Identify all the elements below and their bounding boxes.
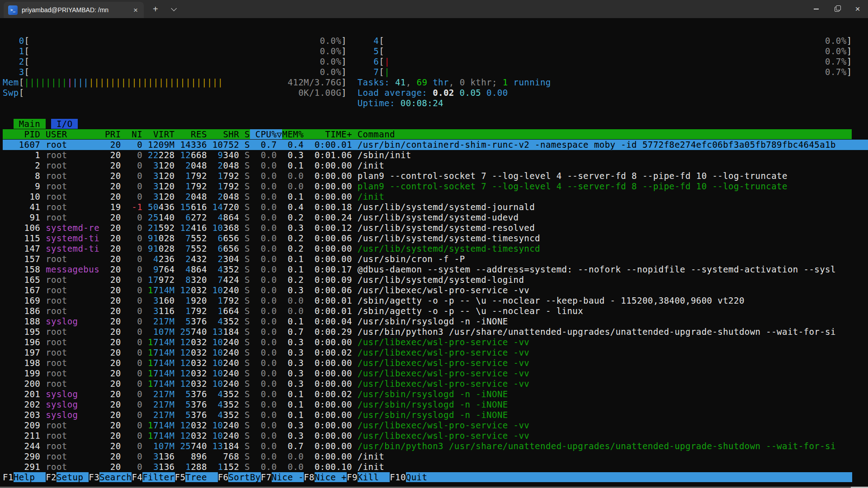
process-row[interactable]: 10 root 20 0 3120 2048 2048 S 0.0 0.1 0:… — [3, 192, 868, 202]
process-row[interactable]: 1 root 20 0 22228 12668 9340 S 0.0 0.3 0… — [3, 150, 868, 160]
cpu-meter-row: 0[ 0.0%] 4[ 0.0%] — [3, 36, 868, 46]
function-key-bar: F1Help F2Setup F3SearchF4FilterF5Tree F6… — [3, 472, 868, 483]
cpu-meter-row: 2[ 0.0%] 6[| 0.7%] — [3, 56, 868, 67]
terminal-blank-line — [3, 108, 868, 119]
process-row[interactable]: 8 root 20 0 3120 1792 1792 S 0.0 0.0 0:0… — [3, 171, 868, 181]
fkey-nice-[interactable]: F7Nice - — [261, 472, 304, 482]
cpu-meter-row: 1[ 0.0%] 5[ 0.0%] — [3, 46, 868, 56]
fkey-sortby[interactable]: F6SortBy — [218, 472, 261, 482]
fkey-help[interactable]: F1Help — [3, 472, 46, 482]
process-row[interactable]: 186 root 20 0 3116 1792 1664 S 0.0 0.0 0… — [3, 306, 868, 316]
process-row[interactable]: 197 root 20 0 1714M 12032 10240 S 0.0 0.… — [3, 347, 868, 358]
fkey-setup[interactable]: F2Setup — [46, 472, 89, 482]
process-row[interactable]: 202 syslog 20 0 217M 5376 4352 S 0.0 0.1… — [3, 399, 868, 410]
process-row[interactable]: 115 systemd-ti 20 0 91028 7552 6656 S 0.… — [3, 233, 868, 244]
fkey-kill[interactable]: F9Kill — [347, 472, 390, 482]
process-row[interactable]: 244 root 20 0 107M 25740 13184 S 0.0 0.7… — [3, 441, 868, 451]
process-row[interactable]: 9 root 20 0 3120 1792 1792 S 0.0 0.0 0:0… — [3, 181, 868, 192]
table-header[interactable]: PID USER PRI NI VIRT RES SHR S CPU%▽MEM%… — [3, 129, 868, 140]
swap-meter-row: Swp[ 0K/1.00G] Load average: 0.02 0.05 0… — [3, 88, 868, 98]
process-row[interactable]: 1607 root 20 0 1209M 14336 10752 S 0.7 0… — [3, 140, 868, 150]
process-row[interactable]: 165 root 20 0 17972 8320 7424 S 0.0 0.2 … — [3, 275, 868, 285]
process-row[interactable]: 200 root 20 0 1714M 12032 10240 S 0.0 0.… — [3, 379, 868, 389]
htop-tab-main[interactable]: Main — [14, 119, 46, 129]
process-row[interactable]: 209 root 20 0 1714M 12032 10240 S 0.0 0.… — [3, 420, 868, 431]
fkey-nice-[interactable]: F8Nice + — [304, 472, 347, 482]
process-row[interactable]: 291 root 20 0 3136 1288 1152 S 0.0 0.0 0… — [3, 462, 868, 472]
minimize-button[interactable] — [806, 0, 826, 18]
process-row[interactable]: 201 syslog 20 0 217M 5376 4352 S 0.0 0.1… — [3, 389, 868, 399]
fkey-search[interactable]: F3Search — [89, 472, 132, 482]
memory-meter-row: Mem[||||||||||||||||||||||||||||||||||||… — [3, 77, 868, 88]
htop-tab-bar: Main I/O — [3, 119, 868, 129]
process-row[interactable]: 158 messagebus 20 0 9764 4864 4352 S 0.0… — [3, 264, 868, 275]
fkey-tree[interactable]: F5Tree — [175, 472, 218, 482]
restore-icon — [835, 7, 840, 12]
tab-dropdown-button[interactable] — [165, 0, 181, 18]
uptime-row: Uptime: 00:08:24 — [3, 98, 868, 108]
terminal-app-icon: >_ — [8, 5, 18, 15]
process-row[interactable]: 188 syslog 20 0 217M 5376 4352 S 0.0 0.1… — [3, 316, 868, 327]
cpu-meter-row: 3[ 0.0%] 7[| 0.7%] — [3, 67, 868, 77]
chevron-down-icon — [171, 5, 177, 11]
maximize-button[interactable] — [826, 0, 847, 18]
terminal-blank-line — [3, 25, 868, 36]
process-row[interactable]: 2 root 20 0 3120 2048 2048 S 0.0 0.1 0:0… — [3, 160, 868, 171]
terminal-tab[interactable]: >_ priyambad@PRIYAMBAD: /mnt × — [4, 2, 144, 18]
process-row[interactable]: 198 root 20 0 1714M 12032 10240 S 0.0 0.… — [3, 358, 868, 368]
tab-title: priyambad@PRIYAMBAD: /mnt — [22, 6, 108, 14]
process-row[interactable]: 196 root 20 0 1714M 12032 10240 S 0.0 0.… — [3, 337, 868, 347]
process-row[interactable]: 147 systemd-ti 20 0 91028 7552 6656 S 0.… — [3, 244, 868, 254]
minimize-icon — [814, 9, 819, 9]
process-row[interactable]: 290 root 20 0 3136 896 768 S 0.0 0.0 0:0… — [3, 451, 868, 462]
process-row[interactable]: 91 root 20 0 25140 6272 4864 S 0.0 0.2 0… — [3, 212, 868, 223]
process-row[interactable]: 203 syslog 20 0 217M 5376 4352 S 0.0 0.1… — [3, 410, 868, 420]
fkey-quit[interactable]: F10Quit — [390, 472, 438, 482]
terminal-screen[interactable]: 0[ 0.0%] 4[ 0.0%] 1[ — [0, 18, 868, 488]
process-row[interactable]: 41 root 19 -1 50436 15616 14720 S 0.0 0.… — [3, 202, 868, 212]
process-row[interactable]: 169 root 20 0 3160 1920 1792 S 0.0 0.0 0… — [3, 296, 868, 306]
window-titlebar: >_ priyambad@PRIYAMBAD: /mnt × + × — [0, 0, 868, 18]
terminal-window: >_ priyambad@PRIYAMBAD: /mnt × + × 0[ 0.… — [0, 0, 868, 488]
titlebar-drag-area[interactable] — [181, 0, 806, 18]
close-button[interactable]: × — [847, 0, 868, 18]
process-row[interactable]: 195 root 20 0 107M 25740 13184 S 0.0 0.7… — [3, 327, 868, 337]
fkey-filter[interactable]: F4Filter — [132, 472, 175, 482]
sort-column-header[interactable]: CPU%▽ — [250, 129, 282, 139]
process-row[interactable]: 167 root 20 0 1714M 12032 10240 S 0.0 0.… — [3, 285, 868, 296]
process-row[interactable]: 157 root 20 0 4236 2432 2304 S 0.0 0.1 0… — [3, 254, 868, 264]
process-row[interactable]: 199 root 20 0 1714M 12032 10240 S 0.0 0.… — [3, 368, 868, 379]
process-row[interactable]: 106 systemd-re 20 0 21592 12416 10368 S … — [3, 223, 868, 233]
tab-close-icon[interactable]: × — [132, 6, 139, 14]
process-row[interactable]: 211 root 20 0 1714M 12032 10240 S 0.0 0.… — [3, 431, 868, 441]
htop-tab-io[interactable]: I/O — [51, 119, 78, 129]
new-tab-button[interactable]: + — [146, 0, 165, 18]
